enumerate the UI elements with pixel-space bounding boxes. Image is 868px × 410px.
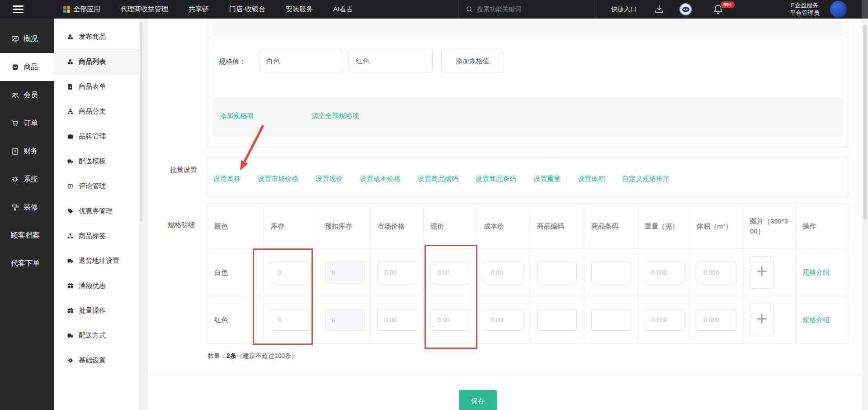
volume-input-red[interactable] — [697, 309, 736, 331]
col-header-barcode: 商品条码 — [585, 204, 638, 249]
submenu-item-goods-list[interactable]: 商品列表 — [54, 49, 139, 74]
cost-price-input-red[interactable] — [484, 309, 524, 331]
submenu-item-brand-management[interactable]: 品牌管理 — [54, 124, 139, 149]
col-header-price: 现价 — [424, 204, 477, 249]
batch-set-weight-link[interactable]: 设置重量 — [533, 175, 561, 183]
role-name: 平台管理员 — [782, 9, 827, 17]
weight-input-red[interactable] — [645, 309, 684, 331]
batch-set-cost-price-link[interactable]: 设置成本价格 — [360, 175, 401, 183]
spec-value-input-red[interactable] — [349, 50, 433, 72]
row-count-note: 数量：2条（建议不超过100条） — [208, 352, 297, 360]
market-price-input-red[interactable] — [377, 309, 417, 331]
page-scrollbar-thumb[interactable] — [863, 25, 867, 219]
search-placeholder: 搜索功能关键词 — [477, 5, 521, 14]
weight-input-white[interactable] — [645, 262, 684, 283]
sitemap-icon — [67, 233, 74, 239]
top-menu-store-cashier[interactable]: 门店-收银台 — [229, 5, 265, 14]
orders-icon — [11, 119, 19, 128]
submenu-item-delivery-template[interactable]: 配送模板 — [54, 149, 139, 174]
add-spec-value-button[interactable]: 添加规格值 — [441, 50, 504, 72]
price-input-red[interactable] — [430, 309, 470, 331]
sidebar-item-goods[interactable]: 商品 — [0, 53, 54, 81]
top-menu-share-chain[interactable]: 共享链 — [189, 5, 209, 14]
sidebar-item-proxy-order[interactable]: 代客下单 — [0, 249, 54, 277]
panel-scrollbar-thumb[interactable] — [140, 22, 142, 221]
batch-set-market-price-link[interactable]: 设置市场价格 — [258, 175, 298, 183]
briefcase-icon — [67, 133, 74, 140]
search-input[interactable]: 搜索功能关键词 — [458, 0, 595, 19]
batch-set-stock-link[interactable]: 设置库存 — [213, 175, 241, 183]
download-icon[interactable] — [654, 4, 665, 14]
members-icon — [11, 91, 19, 100]
col-header-stock: 库存 — [264, 204, 318, 249]
barcode-input-red[interactable] — [591, 309, 631, 331]
sidebar: 概况 商品 会员 订单 ¥ 财务 系统 装修 顾客档案 代客下 — [0, 19, 54, 410]
batch-set-barcode-link[interactable]: 设置商品条码 — [476, 175, 516, 183]
svg-text:x: x — [70, 86, 71, 88]
hamburger-icon[interactable] — [13, 5, 24, 13]
sidebar-item-members[interactable]: 会员 — [0, 81, 54, 109]
top-menu-agent-revenue[interactable]: 代理商收益管理 — [121, 5, 168, 14]
item-code-input-white[interactable] — [537, 262, 577, 283]
submenu-item-return-address[interactable]: 退货地址设置 — [54, 248, 139, 273]
sidebar-item-decorate[interactable]: 装修 — [0, 193, 54, 221]
add-spec-item-link[interactable]: 添加规格项 — [220, 112, 254, 120]
sidebar-item-customer-files[interactable]: 顾客档案 — [0, 221, 54, 249]
sidebar-item-overview[interactable]: 概况 — [0, 25, 54, 53]
table-cell — [424, 296, 477, 344]
account-info[interactable]: E企盈服务 平台管理员 — [782, 1, 827, 17]
spec-detail-table: 颜色 库存 预扣库存 市场价格 现价 成本价 商品编码 商品条码 重量（克） 体… — [207, 203, 849, 344]
batch-set-volume-link[interactable]: 设置体积 — [578, 175, 605, 183]
truck-icon — [67, 158, 74, 165]
plus-icon: + — [756, 262, 768, 281]
batch-set-price-link[interactable]: 设置现价 — [316, 175, 343, 183]
image-upload-red[interactable]: + — [750, 304, 774, 336]
barcode-input-white[interactable] — [591, 262, 631, 283]
sidebar-item-finance[interactable]: ¥ 财务 — [0, 137, 54, 165]
gift-icon — [67, 307, 74, 314]
sidebar-item-system[interactable]: 系统 — [0, 165, 54, 193]
save-button[interactable]: 保存 — [459, 390, 497, 410]
market-price-input-white[interactable] — [377, 262, 417, 283]
submenu-item-goods-form[interactable]: x 商品表单 — [54, 74, 139, 99]
top-menu-ai-tongue[interactable]: AI看舌 — [333, 5, 353, 14]
submenu-item-goods-category[interactable]: 商品分类 — [54, 99, 139, 124]
sidebar-item-orders[interactable]: 订单 — [0, 109, 54, 137]
submenu-item-goods-tag[interactable]: 商品标签 — [54, 224, 139, 248]
top-menu-install-service[interactable]: 安装服务 — [286, 5, 313, 14]
submenu-item-batch-operation[interactable]: 批量操作 — [54, 298, 139, 323]
robot-assistant-icon[interactable] — [679, 3, 692, 15]
quick-entry-link[interactable]: 快捷入口 — [611, 0, 637, 19]
table-cell — [477, 249, 530, 296]
top-menu-all-apps[interactable]: 全部应用 — [63, 5, 100, 14]
price-input-white[interactable] — [430, 262, 470, 283]
clear-spec-items-link[interactable]: 清空全部规格项 — [311, 112, 359, 120]
avatar[interactable] — [830, 1, 847, 18]
spec-intro-link-white[interactable]: 规格介绍 — [802, 268, 830, 277]
submenu-item-publish-goods[interactable]: 发布商品 — [54, 24, 139, 49]
volume-input-white[interactable] — [697, 262, 736, 283]
row-white-name: 白色 — [208, 249, 264, 296]
submenu-item-comment-management[interactable]: 评论管理 — [54, 174, 139, 199]
spec-intro-link-red[interactable]: 规格介绍 — [802, 316, 830, 324]
submenu-item-coupon-management[interactable]: 优惠券管理 — [54, 199, 139, 224]
gift-icon — [67, 282, 74, 289]
table-cell — [530, 249, 585, 296]
col-header-weight: 重量（克） — [638, 204, 690, 249]
submenu-item-basic-settings[interactable]: 基础设置 — [54, 348, 139, 373]
stock-input-red[interactable] — [271, 309, 311, 331]
batch-set-item-code-link[interactable]: 设置商品编码 — [418, 175, 458, 183]
table-cell — [638, 249, 690, 296]
spec-value-input-white[interactable] — [259, 50, 343, 72]
cost-price-input-white[interactable] — [484, 262, 524, 283]
notification-badge: 99+ — [721, 1, 735, 8]
image-upload-white[interactable]: + — [750, 256, 774, 289]
table-cell: + — [743, 296, 796, 344]
item-code-input-red[interactable] — [537, 309, 577, 331]
app-window: 全部应用 代理商收益管理 共享链 门店-收银台 安装服务 AI看舌 搜索功能关键… — [0, 0, 868, 410]
stock-input-white[interactable] — [271, 262, 311, 283]
submenu-item-delivery-method[interactable]: 配送方式 — [54, 323, 139, 348]
submenu-item-full-discount[interactable]: 满额优惠 — [54, 273, 139, 298]
table-cell — [318, 249, 371, 296]
custom-spec-sort-link[interactable]: 自定义规格排序 — [622, 175, 670, 183]
